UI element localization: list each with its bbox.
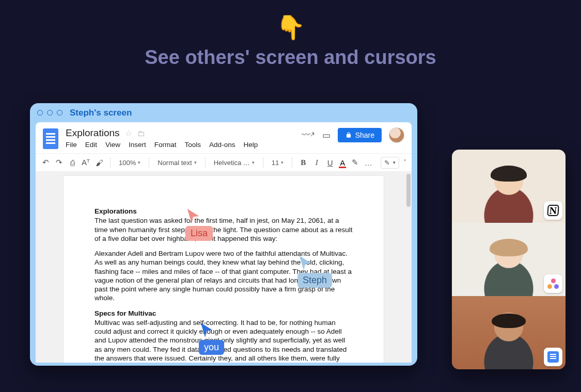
google-docs-app-icon[interactable] xyxy=(43,128,58,149)
share-button-label: Share xyxy=(355,131,374,139)
pencil-icon: ✎ xyxy=(384,159,390,167)
print-icon[interactable]: ⎙ xyxy=(68,158,77,167)
app-badge xyxy=(544,348,562,366)
redo-icon[interactable]: ↷ xyxy=(54,158,64,167)
shared-screen-owner-label: Steph's screen xyxy=(70,108,132,118)
share-button[interactable]: Share xyxy=(338,128,382,142)
traffic-minimize-icon[interactable] xyxy=(47,110,53,116)
activity-trend-icon[interactable]: 〰↗ xyxy=(302,130,315,140)
asana-icon xyxy=(547,278,559,289)
doc-title[interactable]: Explorations xyxy=(66,127,120,139)
google-docs-window: Explorations ☆ 🗀 File Edit View Insert F… xyxy=(36,122,412,361)
menu-view[interactable]: View xyxy=(105,141,120,149)
paragraph-style-dropdown[interactable]: Normal text xyxy=(155,158,198,168)
video-tile[interactable] xyxy=(452,296,566,369)
doc-heading-2: Specs for Multivac xyxy=(95,309,353,318)
undo-icon[interactable]: ↶ xyxy=(41,158,50,167)
underline-icon[interactable]: U xyxy=(325,158,335,167)
hero-emoji-pointing-down: 👇 xyxy=(0,15,581,39)
toolbar: ↶ ↷ ⎙ Aᵀ 🖌 100% Normal text Helvetica … … xyxy=(36,153,412,172)
avatar[interactable] xyxy=(389,127,404,143)
menu-format[interactable]: Format xyxy=(154,141,177,149)
hero-title: See others' screen and cursors xyxy=(0,46,581,69)
document-viewport[interactable]: Explorations The last question was asked… xyxy=(36,172,412,363)
comments-icon[interactable]: ▭ xyxy=(322,130,331,141)
shared-screen-window: Steph's screen Explorations ☆ 🗀 File Edi… xyxy=(30,103,417,366)
menu-insert[interactable]: Insert xyxy=(129,141,146,149)
notion-icon: N xyxy=(547,205,559,216)
document-page[interactable]: Explorations The last question was asked… xyxy=(64,176,384,363)
font-size-dropdown[interactable]: 11 xyxy=(270,158,286,168)
scroll-thumb[interactable] xyxy=(406,174,411,207)
collapse-toolbar-icon[interactable]: ˄ xyxy=(403,159,406,166)
lock-icon xyxy=(345,132,352,139)
font-family-dropdown[interactable]: Helvetica … xyxy=(212,158,257,168)
star-icon[interactable]: ☆ xyxy=(125,128,132,138)
editing-mode-dropdown[interactable]: ✎ ▾ xyxy=(381,157,399,169)
video-tile[interactable]: N xyxy=(452,150,566,223)
menu-addons[interactable]: Add-ons xyxy=(209,141,235,149)
paint-format-icon[interactable]: 🖌 xyxy=(95,158,104,167)
menu-file[interactable]: File xyxy=(66,141,77,149)
video-tile[interactable] xyxy=(452,223,566,296)
menu-bar: File Edit View Insert Format Tools Add-o… xyxy=(66,141,294,149)
doc-paragraph-1: The last question was asked for the firs… xyxy=(95,216,353,243)
traffic-close-icon[interactable] xyxy=(37,110,43,116)
window-traffic-lights[interactable] xyxy=(37,110,62,116)
zoom-dropdown[interactable]: 100% xyxy=(117,158,143,168)
google-docs-icon xyxy=(547,351,559,363)
text-color-icon[interactable]: A xyxy=(339,158,346,167)
menu-tools[interactable]: Tools xyxy=(185,141,201,149)
chevron-down-icon: ▾ xyxy=(393,160,396,165)
doc-paragraph-2: Alexander Adell and Bertram Lupov were t… xyxy=(95,249,353,303)
app-badge xyxy=(544,274,562,293)
participant-video-grid: N xyxy=(452,150,566,369)
highlight-icon[interactable]: ✎ xyxy=(350,158,359,167)
more-tools-icon[interactable]: … xyxy=(364,158,373,167)
bold-icon[interactable]: B xyxy=(299,158,308,167)
app-badge: N xyxy=(544,201,562,220)
menu-help[interactable]: Help xyxy=(243,141,258,149)
italic-icon[interactable]: I xyxy=(312,158,321,167)
shared-screen-titlebar: Steph's screen xyxy=(30,103,417,122)
vertical-scrollbar[interactable] xyxy=(406,174,411,361)
menu-edit[interactable]: Edit xyxy=(85,141,97,149)
spellcheck-icon[interactable]: Aᵀ xyxy=(81,158,90,167)
doc-heading-1: Explorations xyxy=(95,207,353,216)
doc-paragraph-3: Multivac was self-adjusting and self-cor… xyxy=(95,318,353,363)
folder-icon[interactable]: 🗀 xyxy=(137,129,145,138)
traffic-zoom-icon[interactable] xyxy=(57,110,62,116)
